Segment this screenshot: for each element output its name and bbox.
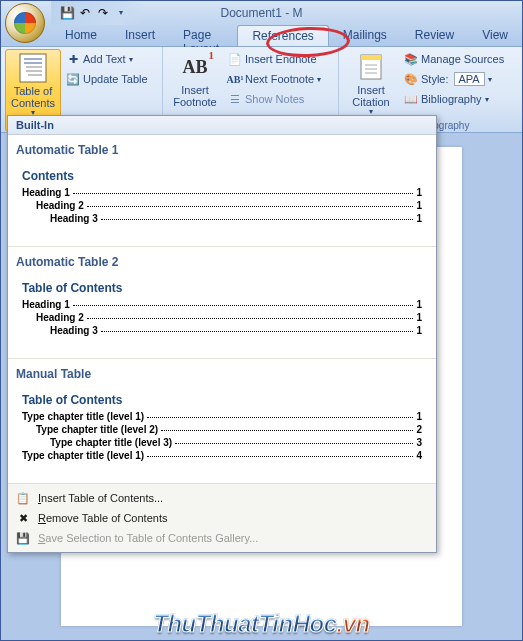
tab-insert[interactable]: Insert bbox=[111, 25, 169, 46]
preview-heading: Table of Contents bbox=[22, 281, 422, 295]
ribbon-tabs: Home Insert Page Layout References Maili… bbox=[1, 25, 522, 47]
next-footnote-icon: AB¹ bbox=[228, 72, 242, 86]
row-page: 1 bbox=[416, 411, 422, 422]
row-leader bbox=[147, 456, 413, 457]
row-page: 2 bbox=[416, 424, 422, 435]
toc-preset-0[interactable]: Automatic Table 1ContentsHeading 11Headi… bbox=[8, 135, 436, 247]
add-text-icon: ✚ bbox=[66, 52, 80, 66]
preview-row: Heading 11 bbox=[22, 187, 422, 198]
tab-review[interactable]: Review bbox=[401, 25, 468, 46]
row-page: 1 bbox=[416, 299, 422, 310]
row-label: Heading 2 bbox=[36, 312, 84, 323]
row-leader bbox=[101, 331, 414, 332]
office-button[interactable] bbox=[5, 3, 45, 43]
tab-references[interactable]: References bbox=[237, 25, 328, 46]
action-insert-toc[interactable]: 📋Insert Table of Contents... bbox=[8, 488, 436, 508]
qat-customize-icon[interactable]: ▾ bbox=[113, 5, 129, 21]
next-footnote-button[interactable]: AB¹ Next Footnote ▾ bbox=[225, 69, 324, 89]
style-label: Style: bbox=[421, 73, 449, 85]
bibliography-button[interactable]: 📖 Bibliography ▾ bbox=[401, 89, 507, 109]
undo-icon[interactable]: ↶ bbox=[77, 5, 93, 21]
preview-row: Heading 11 bbox=[22, 299, 422, 310]
citation-icon bbox=[355, 51, 387, 83]
preview-row: Heading 21 bbox=[22, 312, 422, 323]
row-label: Heading 1 bbox=[22, 299, 70, 310]
row-page: 1 bbox=[416, 187, 422, 198]
tab-home[interactable]: Home bbox=[51, 25, 111, 46]
row-page: 1 bbox=[416, 200, 422, 211]
row-label: Type chapter title (level 1) bbox=[22, 450, 144, 461]
insert-endnote-button[interactable]: 📄 Insert Endnote bbox=[225, 49, 324, 69]
row-page: 1 bbox=[416, 325, 422, 336]
toc-section-header: Built-In bbox=[8, 116, 436, 135]
row-leader bbox=[161, 430, 413, 431]
svg-rect-7 bbox=[361, 55, 381, 60]
preset-preview: ContentsHeading 11Heading 21Heading 31 bbox=[16, 165, 428, 230]
show-notes-button[interactable]: ☰ Show Notes bbox=[225, 89, 324, 109]
action-save-gallery: 💾Save Selection to Table of Contents Gal… bbox=[8, 528, 436, 548]
manage-sources-icon: 📚 bbox=[404, 52, 418, 66]
toc-dropdown: Built-In Automatic Table 1ContentsHeadin… bbox=[7, 115, 437, 553]
tab-pagelayout[interactable]: Page Layout bbox=[169, 25, 237, 46]
insert-toc-icon: 📋 bbox=[16, 491, 30, 505]
update-table-label: Update Table bbox=[83, 73, 148, 85]
preset-name: Automatic Table 1 bbox=[8, 139, 436, 165]
row-page: 4 bbox=[416, 450, 422, 461]
show-notes-icon: ☰ bbox=[228, 92, 242, 106]
style-value[interactable]: APA bbox=[454, 72, 485, 86]
footnote-icon: AB1 bbox=[179, 51, 211, 83]
row-label: Heading 3 bbox=[50, 213, 98, 224]
quick-access-toolbar: 💾 ↶ ↷ ▾ bbox=[51, 1, 145, 25]
row-leader bbox=[101, 219, 414, 220]
row-label: Type chapter title (level 2) bbox=[36, 424, 158, 435]
action-remove-toc[interactable]: ✖Remove Table of Contents bbox=[8, 508, 436, 528]
toc-preset-1[interactable]: Automatic Table 2Table of ContentsHeadin… bbox=[8, 247, 436, 359]
row-label: Type chapter title (level 3) bbox=[50, 437, 172, 448]
row-leader bbox=[73, 305, 414, 306]
row-label: Heading 2 bbox=[36, 200, 84, 211]
endnote-icon: 📄 bbox=[228, 52, 242, 66]
manage-sources-label: Manage Sources bbox=[421, 53, 504, 65]
toc-preset-2[interactable]: Manual TableTable of ContentsType chapte… bbox=[8, 359, 436, 484]
row-leader bbox=[175, 443, 413, 444]
style-icon: 🎨 bbox=[404, 72, 418, 86]
preset-preview: Table of ContentsHeading 11Heading 21Hea… bbox=[16, 277, 428, 342]
row-leader bbox=[147, 417, 413, 418]
preview-heading: Contents bbox=[22, 169, 422, 183]
update-table-button[interactable]: 🔄 Update Table bbox=[63, 69, 151, 89]
preset-name: Manual Table bbox=[8, 363, 436, 389]
preview-row: Type chapter title (level 3)3 bbox=[22, 437, 422, 448]
preview-row: Heading 31 bbox=[22, 213, 422, 224]
add-text-button[interactable]: ✚ Add Text ▾ bbox=[63, 49, 151, 69]
preview-row: Heading 21 bbox=[22, 200, 422, 211]
style-selector[interactable]: 🎨 Style: APA ▾ bbox=[401, 69, 507, 89]
next-footnote-label: Next Footnote bbox=[245, 73, 314, 85]
toc-icon bbox=[17, 52, 49, 84]
update-table-icon: 🔄 bbox=[66, 72, 80, 86]
save-icon[interactable]: 💾 bbox=[59, 5, 75, 21]
redo-icon[interactable]: ↷ bbox=[95, 5, 111, 21]
row-leader bbox=[87, 318, 414, 319]
insert-endnote-label: Insert Endnote bbox=[245, 53, 317, 65]
row-page: 1 bbox=[416, 312, 422, 323]
add-text-label: Add Text bbox=[83, 53, 126, 65]
insert-citation-label: Insert Citation▾ bbox=[343, 84, 399, 117]
toc-actions: 📋Insert Table of Contents...✖Remove Tabl… bbox=[8, 484, 436, 552]
row-label: Heading 1 bbox=[22, 187, 70, 198]
preview-row: Type chapter title (level 1)1 bbox=[22, 411, 422, 422]
preview-row: Type chapter title (level 1)4 bbox=[22, 450, 422, 461]
manage-sources-button[interactable]: 📚 Manage Sources bbox=[401, 49, 507, 69]
toc-label: Table of Contents▾ bbox=[6, 85, 60, 118]
svg-rect-0 bbox=[20, 54, 46, 82]
row-label: Type chapter title (level 1) bbox=[22, 411, 144, 422]
row-leader bbox=[87, 206, 414, 207]
preview-heading: Table of Contents bbox=[22, 393, 422, 407]
tab-mailings[interactable]: Mailings bbox=[329, 25, 401, 46]
action-label: Remove Table of Contents bbox=[38, 512, 167, 524]
bibliography-label: Bibliography bbox=[421, 93, 482, 105]
action-label: Insert Table of Contents... bbox=[38, 492, 163, 504]
row-page: 3 bbox=[416, 437, 422, 448]
tab-view[interactable]: View bbox=[468, 25, 522, 46]
row-leader bbox=[73, 193, 414, 194]
bibliography-icon: 📖 bbox=[404, 92, 418, 106]
